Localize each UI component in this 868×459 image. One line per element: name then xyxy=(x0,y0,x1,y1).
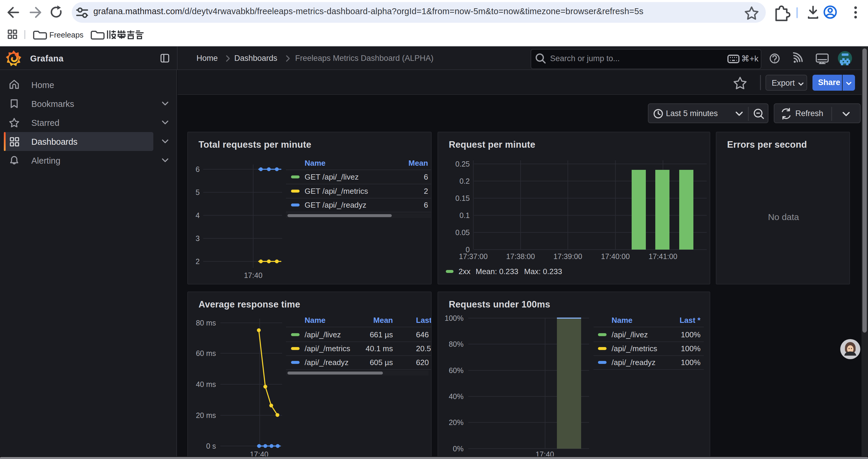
svg-text:60%: 60% xyxy=(449,366,464,374)
svg-text:80 ms: 80 ms xyxy=(196,319,216,327)
svg-text:0.2: 0.2 xyxy=(459,177,470,185)
svg-text:/api/_/metrics: /api/_/metrics xyxy=(612,344,657,353)
svg-text:Last: Last xyxy=(416,316,432,325)
svg-text:6: 6 xyxy=(195,165,200,173)
svg-text:/api/_/livez: /api/_/livez xyxy=(305,330,341,339)
svg-text:Name: Name xyxy=(305,159,326,167)
svg-text:5: 5 xyxy=(195,188,200,196)
svg-text:40%: 40% xyxy=(449,392,464,400)
svg-text:GET /api/_/metrics: GET /api/_/metrics xyxy=(305,187,368,196)
svg-text:Mean: Mean xyxy=(373,316,393,325)
svg-text:/api/_/metrics: /api/_/metrics xyxy=(305,344,350,353)
svg-text:Name: Name xyxy=(305,316,326,325)
svg-text:2: 2 xyxy=(195,257,200,266)
svg-text:605 µs: 605 µs xyxy=(370,358,393,367)
svg-text:80%: 80% xyxy=(449,340,464,348)
svg-text:100%: 100% xyxy=(681,344,701,353)
svg-text:Max: 0.233: Max: 0.233 xyxy=(524,267,562,276)
svg-text:0.15: 0.15 xyxy=(455,194,470,202)
svg-text:17:38:00: 17:38:00 xyxy=(506,252,535,261)
svg-text:0.1: 0.1 xyxy=(459,211,470,220)
svg-text:6: 6 xyxy=(424,172,428,182)
svg-text:100%: 100% xyxy=(681,330,701,339)
svg-text:Mean: 0.233: Mean: 0.233 xyxy=(476,267,519,276)
svg-text:Name: Name xyxy=(612,316,632,325)
svg-text:Mean: Mean xyxy=(409,159,428,167)
svg-text:17:37:00: 17:37:00 xyxy=(459,252,488,261)
svg-text:4: 4 xyxy=(195,211,200,220)
svg-text:0.05: 0.05 xyxy=(455,228,470,237)
svg-text:17:40: 17:40 xyxy=(244,271,262,280)
svg-text:40 ms: 40 ms xyxy=(196,380,216,388)
svg-text:2xx: 2xx xyxy=(459,267,470,276)
svg-text:2: 2 xyxy=(424,187,428,196)
svg-text:20.5 ms: 20.5 ms xyxy=(416,344,432,353)
svg-text:Last *: Last * xyxy=(680,316,701,325)
svg-text:661 µs: 661 µs xyxy=(370,330,393,339)
svg-text:/api/_/livez: /api/_/livez xyxy=(612,330,648,339)
svg-text:20 ms: 20 ms xyxy=(196,411,216,419)
svg-text:6: 6 xyxy=(424,201,428,209)
svg-text:GET /api/_/livez: GET /api/_/livez xyxy=(305,172,359,182)
svg-text:60 ms: 60 ms xyxy=(196,349,216,357)
svg-text:17:41:00: 17:41:00 xyxy=(649,252,677,261)
svg-text:20%: 20% xyxy=(449,418,464,427)
svg-text:100%: 100% xyxy=(445,314,464,322)
svg-text:0 s: 0 s xyxy=(206,442,216,450)
svg-text:17:40:00: 17:40:00 xyxy=(601,252,629,261)
svg-text:GET /api/_/readyz: GET /api/_/readyz xyxy=(305,201,366,209)
svg-text:0.25: 0.25 xyxy=(455,160,470,168)
svg-text:100%: 100% xyxy=(681,358,701,367)
svg-text:620 µs: 620 µs xyxy=(416,358,432,367)
svg-text:17:39:00: 17:39:00 xyxy=(553,252,582,261)
svg-text:/api/_/readyz: /api/_/readyz xyxy=(612,358,656,367)
svg-text:646 µs: 646 µs xyxy=(416,330,432,339)
svg-text:40.1 ms: 40.1 ms xyxy=(366,344,393,353)
svg-text:3: 3 xyxy=(195,234,200,242)
svg-text:0%: 0% xyxy=(453,445,464,453)
svg-text:/api/_/readyz: /api/_/readyz xyxy=(305,358,349,367)
